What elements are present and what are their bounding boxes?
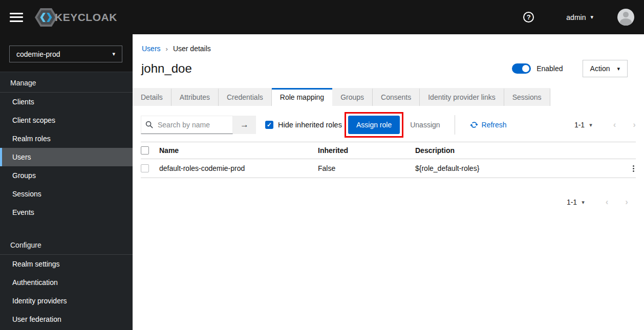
annotation-highlight-box: Assign role — [345, 112, 403, 138]
tab-identity-provider-links[interactable]: Identity provider links — [420, 88, 504, 106]
help-icon[interactable]: ? — [523, 12, 534, 23]
caret-down-icon: ▾ — [112, 51, 115, 57]
caret-down-icon: ▾ — [590, 14, 593, 20]
caret-down-icon: ▾ — [589, 122, 592, 128]
hide-inherited-roles-label: Hide inherited roles — [278, 121, 342, 129]
chevron-left-icon[interactable]: ‹ — [613, 120, 616, 130]
tab-bar: Details Attributes Credentials Role mapp… — [133, 88, 644, 106]
table-row: default-roles-codemie-prod False ${role_… — [141, 159, 636, 178]
top-bar: KEYCLOAK ? admin ▾ — [0, 0, 644, 34]
assign-role-button[interactable]: Assign role — [348, 116, 400, 134]
column-header-name: Name — [159, 146, 318, 155]
pagination-range-dropdown[interactable]: 1-1 ▾ — [574, 121, 592, 129]
search-submit-button[interactable]: → — [233, 116, 256, 134]
realm-selector[interactable]: codemie-prod ▾ — [9, 46, 122, 62]
sidebar-item-client-scopes[interactable]: Client scopes — [0, 111, 133, 129]
action-dropdown[interactable]: Action ▾ — [583, 60, 628, 77]
column-header-description: Description — [415, 146, 620, 155]
hamburger-icon[interactable] — [10, 13, 23, 22]
sidebar-item-clients[interactable]: Clients — [0, 93, 133, 111]
checkbox-checked-icon[interactable]: ✓ — [265, 121, 273, 129]
role-mapping-table: Name Inherited Description default-roles… — [141, 142, 636, 178]
tab-credentials[interactable]: Credentials — [219, 88, 272, 106]
toolbar-pagination: 1-1 ▾ ‹ › — [574, 120, 636, 130]
sidebar-item-user-federation[interactable]: User federation — [0, 310, 133, 328]
keycloak-logo: KEYCLOAK — [34, 7, 117, 28]
breadcrumb-separator-icon: › — [166, 45, 168, 53]
inherited-cell: False — [318, 164, 415, 172]
tab-groups[interactable]: Groups — [332, 88, 373, 106]
breadcrumb: Users › User details — [133, 34, 644, 53]
search-icon — [145, 121, 153, 128]
main-content: Users › User details john_doe Enabled Ac… — [133, 34, 644, 330]
select-all-checkbox[interactable] — [141, 146, 149, 155]
tab-details[interactable]: Details — [133, 88, 171, 106]
enabled-toggle[interactable] — [512, 63, 531, 74]
tab-role-mapping[interactable]: Role mapping — [272, 88, 332, 106]
chevron-right-icon[interactable]: › — [625, 197, 628, 207]
realm-selector-section: codemie-prod ▾ — [0, 34, 133, 72]
role-name-cell: default-roles-codemie-prod — [159, 164, 318, 172]
pagination-range-dropdown[interactable]: 1-1 ▾ — [567, 198, 585, 206]
page-header: john_doe Enabled Action ▾ — [133, 53, 644, 77]
username: admin — [566, 13, 586, 21]
column-header-inherited: Inherited — [318, 146, 415, 155]
sidebar-item-realm-roles[interactable]: Realm roles — [0, 129, 133, 148]
sidebar: codemie-prod ▾ Manage Clients Client sco… — [0, 34, 133, 330]
tab-attributes[interactable]: Attributes — [171, 88, 219, 106]
footer-pagination: 1-1 ▾ ‹ › — [133, 197, 644, 207]
avatar[interactable] — [617, 9, 634, 26]
caret-down-icon: ▾ — [617, 66, 620, 72]
row-checkbox[interactable] — [141, 164, 149, 172]
nav-section-manage: Manage — [0, 72, 133, 93]
kebab-menu-icon[interactable] — [631, 164, 636, 173]
enabled-label: Enabled — [536, 64, 563, 73]
sidebar-item-realm-settings[interactable]: Realm settings — [0, 255, 133, 273]
chevron-left-icon[interactable]: ‹ — [606, 197, 609, 207]
caret-down-icon: ▾ — [582, 200, 585, 205]
table-header-row: Name Inherited Description — [141, 142, 636, 159]
sidebar-item-sessions[interactable]: Sessions — [0, 185, 133, 203]
user-menu[interactable]: admin ▾ — [566, 13, 593, 21]
breadcrumb-current: User details — [173, 45, 211, 53]
sidebar-item-events[interactable]: Events — [0, 203, 133, 222]
arrow-right-icon: → — [240, 120, 249, 129]
brand-text: KEYCLOAK — [55, 11, 117, 24]
sidebar-nav: Manage Clients Client scopes Realm roles… — [0, 72, 133, 328]
description-cell: ${role_default-roles} — [415, 164, 620, 172]
sidebar-item-groups[interactable]: Groups — [0, 166, 133, 185]
chevron-right-icon[interactable]: › — [633, 120, 636, 130]
breadcrumb-users-link[interactable]: Users — [142, 45, 161, 53]
sidebar-item-users[interactable]: Users — [0, 148, 133, 166]
refresh-button[interactable]: Refresh — [470, 121, 507, 129]
sidebar-item-authentication[interactable]: Authentication — [0, 273, 133, 292]
page-title: john_doe — [141, 61, 192, 76]
hide-inherited-roles-checkbox-group[interactable]: ✓ Hide inherited roles — [265, 121, 342, 129]
realm-name: codemie-prod — [16, 50, 60, 58]
role-mapping-toolbar: → ✓ Hide inherited roles Assign role Una… — [133, 106, 644, 138]
nav-section-configure: Configure — [0, 234, 133, 255]
unassign-button[interactable]: Unassign — [410, 121, 440, 129]
toolbar-divider — [455, 115, 455, 135]
search-input[interactable] — [141, 116, 233, 134]
tab-sessions[interactable]: Sessions — [504, 88, 550, 106]
sidebar-item-identity-providers[interactable]: Identity providers — [0, 292, 133, 310]
tab-consents[interactable]: Consents — [373, 88, 420, 106]
refresh-icon — [470, 121, 478, 129]
